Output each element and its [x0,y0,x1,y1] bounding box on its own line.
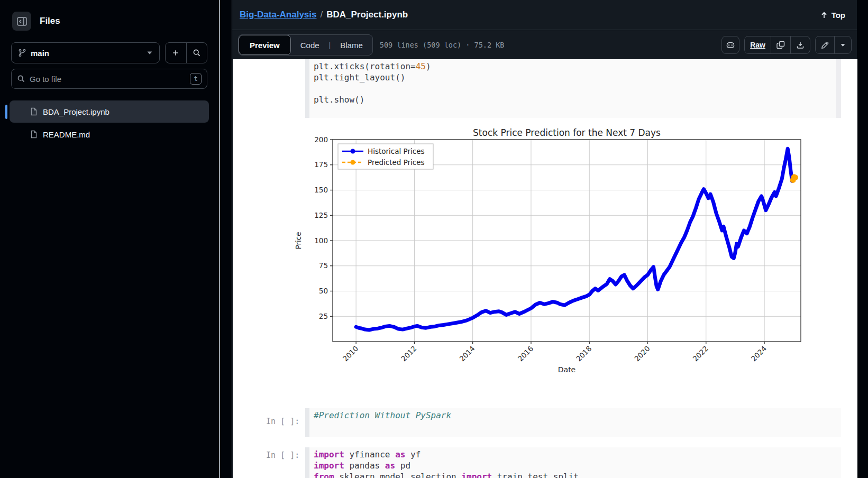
copilot-icon [726,41,735,49]
file-name: BDA_Project.ipynb [43,107,109,116]
svg-text:2020: 2020 [633,344,652,363]
sidebar-resize-handle[interactable] [219,0,220,478]
breadcrumb: Big-Data-Analysis / BDA_Project.ipynb To… [232,0,857,30]
cell-prompt: In [ ]: [266,417,299,426]
tab-blame[interactable]: Blame [331,35,372,55]
svg-text:2012: 2012 [399,344,418,363]
copy-icon [776,41,785,49]
file-name: README.md [43,130,90,139]
svg-text:50: 50 [319,287,328,295]
selected-file-indicator [5,105,7,119]
keyboard-shortcut-hint: t [190,73,202,85]
download-icon [796,41,805,49]
tab-code[interactable]: Code [291,35,329,55]
svg-text:25: 25 [319,312,328,320]
file-toolbar: Preview Code | Blame 509 lines (509 loc)… [232,31,857,59]
branch-name: main [31,49,142,58]
svg-text:2016: 2016 [516,344,535,363]
svg-text:Historical Prices: Historical Prices [368,147,425,155]
svg-text:2014: 2014 [458,344,477,363]
pencil-icon [821,41,829,49]
chevron-down-icon [840,43,846,47]
breadcrumb-separator: / [320,10,323,20]
breadcrumb-file-name: BDA_Project.ipynb [326,10,408,20]
collapse-sidebar-button[interactable] [12,12,31,31]
notebook-preview: plt.xticks(rotation=45)plt.tight_layout(… [233,59,857,478]
svg-text:2022: 2022 [691,344,710,363]
file-icon [30,130,38,139]
svg-text:2018: 2018 [574,344,593,363]
search-icon [193,49,201,57]
copilot-button[interactable] [721,36,739,54]
svg-text:Price: Price [294,232,303,250]
view-mode-tabs: Preview Code | Blame [238,34,373,56]
code-cell: #Prediction Without PySpark [305,408,841,437]
raw-copy-download-group: Raw [744,36,810,54]
search-files-button[interactable] [186,43,207,63]
cell-prompt: In [ ]: [266,451,299,460]
search-icon [17,75,25,83]
plus-icon [171,49,180,57]
go-to-file-box: t [11,69,207,89]
edit-file-button[interactable] [816,36,834,53]
breadcrumb-repo-link[interactable]: Big-Data-Analysis [240,10,316,20]
chart-image: 2550751001251501752002010201220142016201… [285,127,803,378]
svg-text:Predicted Prices: Predicted Prices [368,158,425,167]
svg-text:150: 150 [314,186,328,194]
arrow-up-icon [820,11,828,19]
add-file-button[interactable] [166,43,186,63]
svg-text:200: 200 [314,135,328,144]
svg-text:100: 100 [314,236,328,245]
svg-text:125: 125 [314,211,328,219]
back-to-top-label: Top [832,11,845,20]
sidebar-collapse-icon [17,17,27,26]
file-tree-sidebar: Files main [0,0,220,478]
code-cell: plt.xticks(rotation=45)plt.tight_layout(… [305,59,841,118]
go-to-file-input[interactable] [30,75,186,84]
svg-text:175: 175 [314,160,328,169]
copy-raw-button[interactable] [771,36,790,53]
svg-text:Stock Price Prediction for the: Stock Price Prediction for the Next 7 Da… [473,127,661,138]
file-tree-item-ipynb[interactable]: BDA_Project.ipynb [10,100,209,123]
tab-preview[interactable]: Preview [239,35,291,55]
raw-button[interactable]: Raw [745,36,771,53]
svg-text:2010: 2010 [341,344,360,363]
back-to-top-button[interactable]: Top [820,11,845,20]
code-cell: import yfinance as yfimport pandas as pd… [305,447,841,478]
git-branch-icon [18,49,26,57]
github-file-view: Files main [0,0,868,478]
edit-dropdown-button[interactable] [834,36,851,53]
file-stats: 509 lines (509 loc) · 75.2 KB [380,41,505,49]
branch-selector-button[interactable]: main [11,42,160,63]
file-icon [30,107,38,116]
file-tree-item-readme[interactable]: README.md [10,123,209,145]
svg-text:Date: Date [558,365,575,374]
chevron-down-icon [147,51,153,55]
download-button[interactable] [790,36,810,53]
svg-text:75: 75 [319,261,328,270]
svg-text:2024: 2024 [750,344,769,363]
edit-button-group [815,36,852,54]
file-view-panel: Big-Data-Analysis / BDA_Project.ipynb To… [232,0,857,478]
files-panel-title: Files [40,16,60,26]
